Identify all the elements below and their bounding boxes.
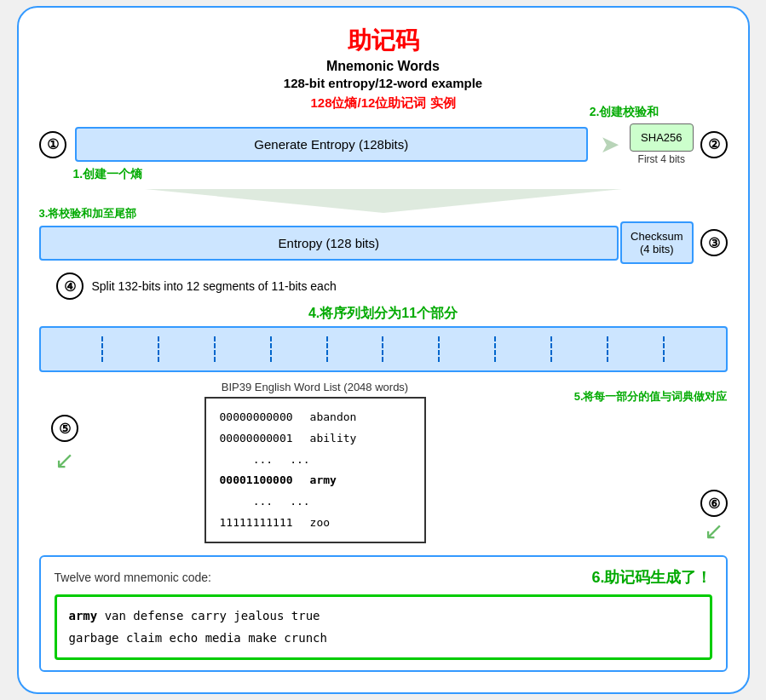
annotation-4: 4.将序列划分为11个部分 (39, 305, 728, 323)
seg-line-4 (270, 336, 272, 362)
bin-0: 00000000000 (220, 407, 293, 428)
mnemonic-first-word: army (69, 609, 98, 623)
seg-line-5 (326, 336, 328, 362)
mnemonic-output: army van defense carry jealous true garb… (55, 594, 712, 659)
wordlist-container: BIP39 English Word List (2048 words) 000… (90, 381, 540, 543)
annotation-6: 6.助记码生成了！ (591, 567, 711, 588)
checksum-box: Checksum(4 bits) (620, 221, 693, 264)
section3-wrapper: 3.将校验和加至尾部 Entropy (128 bits) Checksum(4… (39, 221, 728, 264)
annotation-2: 2.创建校验和 (590, 105, 659, 120)
big-arrow (145, 189, 622, 213)
sha-column: SHA256 First 4 bits (630, 123, 693, 165)
seg-line-6 (382, 336, 383, 362)
circle6-col: ⑥ ↙ (700, 490, 728, 545)
title-en2: 128-bit entropy/12-word example (39, 76, 728, 90)
section4-label-row: ④ Split 132-bits into 12 segments of 11-… (56, 273, 728, 300)
wordlist-row-0: 00000000000 abandon (220, 407, 411, 428)
right-annotations: 5.将每一部分的值与词典做对应 ⑥ ↙ (540, 381, 728, 545)
title-zh: 助记码 (39, 25, 728, 57)
wordlist-row-1: 00000000001 ability (220, 428, 411, 450)
wordlist-row-army: 00001100000 army (220, 470, 411, 491)
circle-6: ⑥ (700, 490, 728, 517)
bin-army: 00001100000 (220, 470, 293, 491)
entropy-box: Generate Entropy (128bits) (75, 127, 589, 162)
seg-line-9 (550, 336, 552, 362)
circle5-col: ⑤ ↙ (39, 381, 90, 473)
seg-line-10 (607, 336, 608, 362)
word-zoo: zoo (310, 513, 330, 534)
circle-1: ① (39, 131, 66, 158)
section3-row: Entropy (128 bits) Checksum(4 bits) ③ (39, 221, 728, 264)
mnemonic-line2: garbage claim echo media make crunch (69, 628, 698, 649)
circle-4: ④ (56, 273, 84, 300)
mnemonic-line1: army van defense carry jealous true (69, 605, 698, 627)
arrow-down-right-icon: ↙ (704, 517, 723, 545)
section6-header: Twelve word mnemonic code: 6.助记码生成了！ (55, 567, 712, 588)
annotation-5: 5.将每一部分的值与词典做对应 (574, 389, 728, 405)
circle-2: ② (700, 131, 728, 158)
seg-line-11 (663, 336, 665, 362)
bin-1: 00000000001 (220, 428, 293, 450)
arrow-down-left-icon: ↙ (55, 449, 74, 473)
word-dots1: ... (290, 450, 309, 471)
annotation-3: 3.将校验和加至尾部 (39, 206, 137, 221)
seg-line-3 (214, 336, 216, 362)
big-arrow-container (39, 189, 728, 213)
bin-dots2: ... (220, 491, 274, 513)
section1-wrapper: 2.创建校验和 ① Generate Entropy (128bits) ➤ S… (39, 123, 728, 165)
word-dots2: ... (290, 491, 309, 513)
section1-row: ① Generate Entropy (128bits) ➤ SHA256 Fi… (39, 123, 728, 165)
sha-box: SHA256 (630, 123, 693, 152)
wordlist-row-zoo: 11111111111 zoo (220, 513, 411, 534)
wordlist-box: 00000000000 abandon 00000000001 ability … (204, 397, 426, 543)
wordlist-title: BIP39 English Word List (2048 words) (222, 381, 408, 393)
first4bits-label: First 4 bits (638, 153, 685, 165)
section4-text: Split 132-bits into 12 segments of 11-bi… (92, 279, 337, 293)
seg-line-1 (101, 336, 103, 362)
title-en1: Mnemonic Words (39, 59, 728, 74)
entropy128-box: Entropy (128 bits) (39, 226, 619, 261)
arrow-down-icon (145, 189, 622, 213)
seg-line-8 (494, 336, 496, 362)
circle-3: ③ (700, 229, 728, 256)
seg-line-7 (438, 336, 440, 362)
checksum-label: Checksum(4 bits) (631, 230, 682, 255)
circle-5: ⑤ (51, 415, 78, 442)
bin-zoo: 11111111111 (220, 513, 293, 534)
section5-row: ⑤ ↙ BIP39 English Word List (2048 words)… (39, 381, 728, 545)
word-0: abandon (310, 407, 357, 428)
mnemonic-line1-rest: van defense carry jealous true (97, 609, 320, 623)
bin-dots1: ... (220, 450, 274, 471)
main-container: 助记码 Mnemonic Words 128-bit entropy/12-wo… (17, 6, 750, 693)
word-1: ability (310, 428, 357, 450)
section6-container: Twelve word mnemonic code: 6.助记码生成了！ arm… (39, 555, 728, 671)
wordlist-row-dots1: ... ... (220, 450, 411, 471)
seg-line-2 (158, 336, 159, 362)
word-army: army (310, 470, 337, 491)
arrow-right-icon: ➤ (600, 130, 619, 158)
wordlist-row-dots2: ... ... (220, 491, 411, 513)
segments-box (39, 326, 728, 372)
annotation-1: 1.创建一个熵 (73, 167, 143, 182)
twelve-word-label: Twelve word mnemonic code: (55, 571, 211, 584)
